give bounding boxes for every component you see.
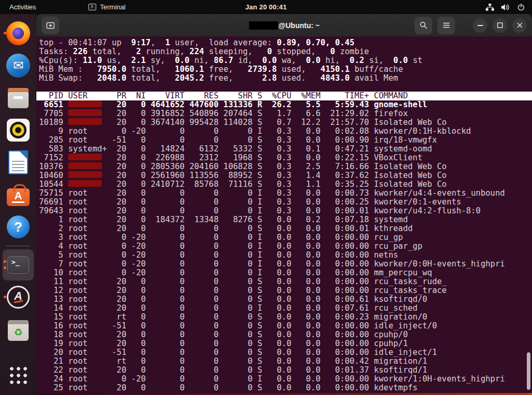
process-row: 18 root 20 0 0 0 0 S 0.0 0.0 0:00.00 cpu… [36, 330, 532, 339]
top-bar: Activities Terminal Jan 20 00:41 [0, 0, 532, 14]
volume-icon [501, 4, 510, 11]
dock-item-libreoffice-writer[interactable] [3, 147, 34, 178]
firefox-icon [6, 21, 30, 45]
dock-separator [6, 246, 30, 246]
process-table: 6651 20 0 4641652 447600 131336 R 26.2 5… [36, 100, 532, 392]
close-button[interactable] [512, 18, 527, 33]
ubuntu-software-icon [7, 188, 30, 206]
dock [0, 14, 36, 395]
blank-line [36, 83, 532, 92]
dock-item-files[interactable] [3, 82, 34, 113]
process-row: 11 root 20 0 0 0 0 S 0.0 0.0 0:00.00 rcu… [36, 277, 532, 286]
files-icon [6, 86, 30, 109]
minimize-button[interactable] [473, 18, 487, 33]
app-menu[interactable]: Terminal [84, 0, 129, 14]
process-row: 24 root 0 -20 0 0 0 I 0.0 0.0 0:00.00 kw… [36, 375, 532, 384]
top-summary-line: %Cpu(s): 11.0 us, 2.1 sy, 0.0 ni, 86.7 i… [36, 56, 532, 65]
redacted-username-box [68, 180, 102, 187]
thunderbird-icon [6, 54, 30, 78]
clock[interactable]: Jan 20 00:41 [245, 3, 287, 11]
redacted-username-box [68, 154, 102, 160]
process-row: 7705 20 0 3916852 540896 207464 S 1.7 6.… [36, 109, 532, 118]
system-tray[interactable] [486, 0, 532, 14]
new-tab-button[interactable] [42, 17, 59, 34]
power-icon [517, 4, 525, 11]
redacted-username [249, 21, 278, 30]
terminal-content[interactable]: top - 00:41:07 up 9:17, 1 user, load ave… [36, 36, 532, 393]
top-summary: top - 00:41:07 up 9:17, 1 user, load ave… [36, 39, 532, 83]
terminal-icon [7, 256, 29, 274]
running-indicator-dot [4, 266, 6, 269]
process-row: 3 root 0 -20 0 0 0 I 0.0 0.0 0:00.00 rcu… [36, 233, 532, 242]
menu-button[interactable] [437, 17, 455, 34]
top-table-header: PID USER PR NI VIRT RES SHR S %CPU %MEM … [36, 92, 532, 100]
top-summary-line: MiB Swap: 2048.0 total, 2045.2 free, 2.8… [36, 74, 532, 83]
dock-item-trash[interactable] [3, 314, 34, 345]
terminal-scrollbar[interactable] [527, 352, 530, 390]
running-indicator-dot [4, 296, 6, 298]
process-row: 1 root 20 0 184372 13348 8276 S 0.0 0.2 … [36, 215, 532, 224]
dock-item-rhythmbox[interactable] [3, 114, 34, 146]
process-row: 7 root 0 -20 0 0 0 I 0.0 0.0 0:00.00 kwo… [36, 260, 532, 269]
terminal-app-icon [88, 4, 96, 10]
process-row: 285 root -51 0 0 0 0 S 0.3 0.0 0:00.90 i… [36, 136, 532, 145]
app-grid-icon [8, 365, 29, 386]
top-summary-line: top - 00:41:07 up 9:17, 1 user, load ave… [36, 39, 532, 47]
process-row: 9 root 0 -20 0 0 0 I 0.3 0.0 0:02.08 kwo… [36, 127, 532, 136]
dock-item-help[interactable] [3, 211, 34, 243]
software-updater-icon [7, 286, 30, 309]
help-icon [7, 215, 30, 238]
process-row: 16 root -51 0 0 0 0 S 0.0 0.0 0:00.00 id… [36, 322, 532, 330]
app-menu-label: Terminal [100, 3, 125, 11]
redacted-username-box [68, 109, 102, 116]
window-title: @Ubuntu: ~ [249, 21, 319, 30]
process-row: 75715 root 20 0 0 0 0 I 0.3 0.0 0:00.73 … [36, 189, 532, 198]
process-row: 22 root 20 0 0 0 0 S 0.0 0.0 0:01.37 kso… [36, 366, 532, 375]
dock-item-app-grid[interactable] [3, 360, 34, 391]
process-row: 15 root rt 0 0 0 0 S 0.0 0.0 0:00.23 mig… [36, 313, 532, 322]
process-row: 10460 20 0 2561960 113556 88952 S 0.3 1.… [36, 171, 532, 180]
top-summary-line: MiB Mem : 7950.0 total, 1060.1 free, 273… [36, 65, 532, 74]
redacted-username-box [68, 118, 102, 125]
rhythmbox-icon [7, 119, 30, 142]
dock-item-firefox[interactable] [3, 18, 34, 49]
process-row: 19 root 20 0 0 0 0 S 0.0 0.0 0:00.00 cpu… [36, 339, 532, 348]
process-row: 6651 20 0 4641652 447600 131336 R 26.2 5… [36, 100, 532, 109]
dock-item-thunderbird[interactable] [3, 50, 34, 81]
wired-network-icon [486, 4, 494, 11]
process-row: 4 root 0 -20 0 0 0 I 0.0 0.0 0:00.00 rcu… [36, 242, 532, 251]
process-row: 20 root -51 0 0 0 0 S 0.0 0.0 0:00.00 id… [36, 348, 532, 357]
process-row: 76691 root 20 0 0 0 0 I 0.3 0.0 0:00.25 … [36, 198, 532, 207]
process-row: 5 root 0 -20 0 0 0 I 0.0 0.0 0:00.00 net… [36, 251, 532, 260]
maximize-button[interactable] [492, 18, 507, 33]
libreoffice-writer-icon [8, 150, 28, 174]
window-title-text: @Ubuntu: ~ [278, 21, 319, 30]
desktop: Activities Terminal Jan 20 00:41 [0, 0, 532, 395]
process-row: 13 root 20 0 0 0 0 S 0.0 0.0 0:00.61 kso… [36, 295, 532, 304]
process-row: 7152 20 0 226988 2312 1968 S 0.3 0.0 0:2… [36, 154, 532, 162]
dock-item-terminal[interactable] [3, 249, 34, 281]
trash-icon [8, 320, 29, 341]
process-row: 79643 root 20 0 0 0 0 I 0.3 0.0 0:00.01 … [36, 207, 532, 215]
activities-button[interactable]: Activities [0, 0, 45, 14]
process-row: 25 root 20 0 0 0 0 S 0.0 0.0 0:00.00 kde… [36, 384, 532, 392]
wallpaper-strip [36, 393, 532, 395]
redacted-username-box [68, 171, 102, 178]
process-row: 14 root 20 0 0 0 0 I 0.0 0.0 0:07.61 rcu… [36, 304, 532, 313]
process-row: 10376 20 0 2805360 204160 106828 S 0.3 2… [36, 162, 532, 171]
process-row: 21 root rt 0 0 0 0 S 0.0 0.0 0:00.42 mig… [36, 357, 532, 366]
top-summary-line: Tasks: 226 total, 2 running, 224 sleepin… [36, 47, 532, 56]
process-row: 10189 20 0 3674140 995428 114028 S 0.7 1… [36, 118, 532, 127]
window-titlebar: @Ubuntu: ~ [36, 14, 532, 36]
running-indicator-dot [4, 260, 6, 263]
process-row: 10544 20 0 2410712 85768 71116 S 0.3 1.1… [36, 180, 532, 189]
search-button[interactable] [414, 17, 432, 34]
process-row: 2 root 20 0 0 0 0 S 0.0 0.0 0:00.01 kthr… [36, 224, 532, 233]
terminal-window: @Ubuntu: ~ [36, 14, 532, 393]
process-row: 583 systemd+ 20 0 14824 6132 5332 S 0.3 … [36, 145, 532, 154]
dock-item-software-updater[interactable] [3, 282, 34, 313]
dock-item-ubuntu-software[interactable] [3, 179, 34, 210]
process-row: 10 root 0 -20 0 0 0 I 0.0 0.0 0:00.00 mm… [36, 269, 532, 277]
redacted-username-box [68, 162, 102, 169]
process-row: 12 root 20 0 0 0 0 S 0.0 0.0 0:00.00 rcu… [36, 286, 532, 295]
